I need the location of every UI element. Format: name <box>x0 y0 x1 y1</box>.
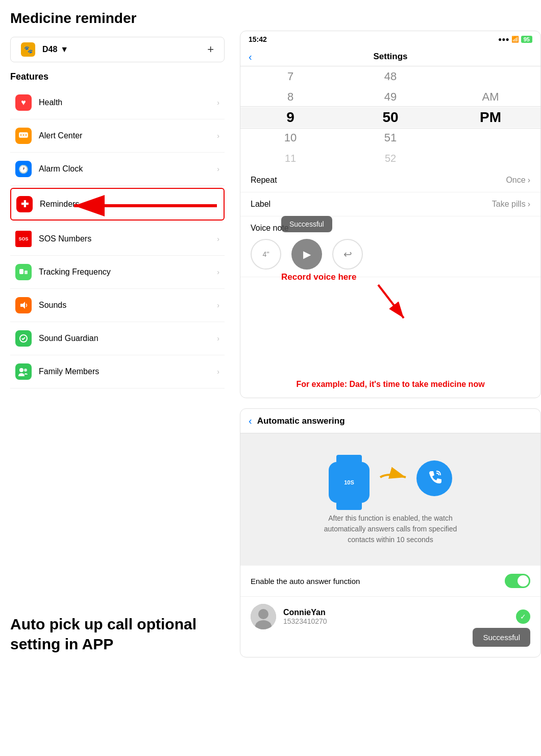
voice-note-controls: 4'' Successful ▶ ↩ <box>251 239 530 270</box>
success-tooltip: Successful <box>473 628 530 647</box>
sidebar-item-sos[interactable]: SOS SOS Numbers › <box>10 223 225 256</box>
time-picker[interactable]: 6 7 8 9 10 11 12 47 48 49 50 51 52 53 <box>240 66 540 168</box>
enable-auto-answer-row[interactable]: Enable the auto answer function <box>240 566 540 597</box>
contact-name: ConnieYan <box>283 608 509 617</box>
ampm-item <box>440 128 540 148</box>
device-bar[interactable]: 🐾 D48▼ + <box>10 37 225 62</box>
auto-answer-illustration: 10S <box>240 433 540 566</box>
alarm-icon: 🕐 <box>15 161 32 177</box>
phone-screen-settings: 15:42 ●●● 📶 95 ‹ Settings 6 7 8 9 10 11 <box>240 31 541 398</box>
auto-answer-back-button[interactable]: ‹ <box>249 415 252 427</box>
sidebar-item-sounds[interactable]: Sounds › <box>10 289 225 322</box>
device-info: 🐾 D48▼ <box>21 42 68 57</box>
hour-item: 10 <box>240 128 340 148</box>
repeat-value: Once › <box>506 176 530 185</box>
toggle-knob <box>518 575 529 587</box>
hour-item: 8 <box>240 87 340 107</box>
reminder-icon: ✚ <box>16 196 33 212</box>
auto-answer-toggle[interactable] <box>505 574 530 588</box>
illustration-description: After this function is enabled, the watc… <box>314 513 467 545</box>
alert-label: Alert Center <box>39 131 82 140</box>
minute-item: 49 <box>340 87 440 107</box>
watch-band-bottom <box>336 503 362 510</box>
contact-info: ConnieYan 15323410270 <box>283 608 509 625</box>
guardian-icon <box>15 330 32 347</box>
svg-rect-5 <box>24 271 28 274</box>
nav-title-settings: Settings <box>373 52 407 62</box>
page-title: Medicine reminder <box>0 10 235 37</box>
red-arrow-annotation <box>48 191 222 222</box>
minute-item: 52 <box>340 148 440 168</box>
sidebar-item-alarm[interactable]: 🕐 Alarm Clock › <box>10 153 225 186</box>
svg-marker-6 <box>20 302 25 309</box>
label-row[interactable]: Label Take pills › <box>240 192 540 216</box>
sidebar-item-health[interactable]: ♥ Health › <box>10 86 225 119</box>
watch-label: 10S <box>344 479 354 485</box>
ampm-item: AM <box>440 87 540 107</box>
tracking-label: Tracking Frequency <box>39 267 111 277</box>
play-area: Successful ▶ <box>291 239 322 270</box>
svg-point-3 <box>26 134 27 135</box>
ampm-picker-col[interactable]: AM PM <box>440 66 540 168</box>
watch-graphic: 10S <box>329 462 370 503</box>
health-icon: ♥ <box>15 94 32 111</box>
chevron-icon: › <box>217 99 219 107</box>
repeat-chevron: › <box>528 176 530 185</box>
sidebar-item-alert[interactable]: Alert Center › <box>10 119 225 153</box>
arrow-graphic <box>378 467 408 490</box>
sidebar-item-guardian[interactable]: Sound Guardian › <box>10 322 225 355</box>
phone-call-icon <box>416 460 452 496</box>
status-time: 15:42 <box>249 35 267 43</box>
hour-item-selected: 9 <box>240 107 340 128</box>
ampm-item-selected: PM <box>440 107 540 128</box>
chevron-icon: › <box>217 334 219 343</box>
record-annotation: Record voice here <box>281 272 356 282</box>
contact-phone: 15323410270 <box>283 617 509 625</box>
sounds-label: Sounds <box>39 301 66 310</box>
chevron-icon: › <box>217 165 219 173</box>
signal-icon: ●●● <box>498 36 509 43</box>
device-name: D48▼ <box>42 45 68 54</box>
ampm-item <box>440 66 540 87</box>
svg-point-8 <box>19 368 23 372</box>
status-bar: 15:42 ●●● 📶 95 <box>240 31 540 47</box>
guardian-label: Sound Guardian <box>39 334 99 343</box>
voice-note-section: Voice note 4'' Successful ▶ ↩ <box>240 216 540 277</box>
status-icons: ●●● 📶 95 <box>498 36 532 43</box>
wifi-icon: 📶 <box>511 36 519 43</box>
minutes-picker-col[interactable]: 47 48 49 50 51 52 53 <box>340 66 440 168</box>
family-label: Family Members <box>39 367 99 376</box>
chevron-icon: › <box>217 268 219 276</box>
play-button[interactable]: ▶ <box>291 239 322 270</box>
sounds-icon <box>15 297 32 313</box>
add-button[interactable]: + <box>207 43 214 56</box>
chevron-icon: › <box>217 368 219 376</box>
right-panel: 15:42 ●●● 📶 95 ‹ Settings 6 7 8 9 10 11 <box>240 31 541 745</box>
contact-avatar <box>251 604 276 629</box>
watch-icon: 10S <box>329 462 370 503</box>
auto-answer-nav-title: Automatic answering <box>257 416 345 426</box>
features-title: Features <box>10 71 225 82</box>
auto-answer-nav: ‹ Automatic answering <box>240 409 540 433</box>
replay-button[interactable]: ↩ <box>332 239 363 270</box>
hour-item: 11 <box>240 148 340 168</box>
svg-point-2 <box>23 134 24 135</box>
enable-label: Enable the auto answer function <box>251 577 360 586</box>
minute-item-selected: 50 <box>340 107 440 128</box>
device-icon: 🐾 <box>21 42 35 57</box>
features-section: Features ♥ Health › Alert Center › 🕐 Ala <box>0 66 235 388</box>
tracking-icon <box>15 264 32 280</box>
repeat-row[interactable]: Repeat Once › <box>240 168 540 192</box>
chevron-icon: › <box>217 235 219 243</box>
record-arrow <box>373 282 414 325</box>
watch-band-top <box>336 455 362 462</box>
repeat-label: Repeat <box>251 176 277 185</box>
sidebar-item-tracking[interactable]: Tracking Frequency › <box>10 256 225 289</box>
sos-icon: SOS <box>15 231 32 247</box>
sidebar-item-family[interactable]: Family Members › <box>10 355 225 388</box>
contact-check-icon: ✓ <box>516 609 530 624</box>
health-label: Health <box>39 98 62 107</box>
hour-item: 7 <box>240 66 340 87</box>
back-button[interactable]: ‹ <box>249 51 252 63</box>
hours-picker-col[interactable]: 6 7 8 9 10 11 12 <box>240 66 340 168</box>
